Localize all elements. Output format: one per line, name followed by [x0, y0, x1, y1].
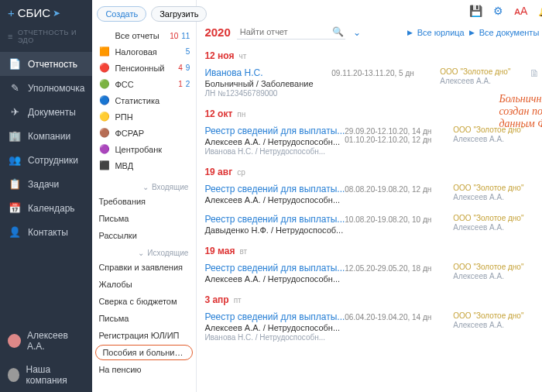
- date-label: 3 апр: [204, 294, 228, 305]
- list-item[interactable]: На пенсию: [92, 361, 196, 378]
- nav-label: Уполномочка: [28, 83, 84, 94]
- filter-label: Пенсионный: [115, 64, 175, 73]
- menu-icon[interactable]: ≡: [8, 32, 13, 41]
- document-card[interactable]: Иванова Н.С. Больничный / Заболевание ЛН…: [204, 64, 542, 104]
- filter-icon: ⬛: [98, 160, 111, 170]
- user-name: Алексеев А.А.: [27, 330, 84, 352]
- filter-item[interactable]: 🟧Налоговая5: [92, 43, 196, 60]
- doc-title[interactable]: Иванова Н.С.: [204, 67, 331, 78]
- doc-title[interactable]: Реестр сведений для выплаты...: [204, 311, 345, 322]
- triangle-icon: ▶: [469, 29, 475, 36]
- list-item[interactable]: Пособия и больничные: [95, 345, 193, 360]
- list-item[interactable]: Регистрация ЮЛ/ИП: [92, 327, 196, 344]
- date-row: 12 октпн: [204, 108, 542, 119]
- bell-icon[interactable]: 🔔: [538, 5, 542, 17]
- date-label: 19 авг: [204, 167, 232, 177]
- period: 08.08.20-19.08.20, 12 дн: [345, 185, 453, 194]
- current-company[interactable]: Наша компания: [0, 358, 92, 392]
- list-item[interactable]: Требования: [92, 193, 196, 210]
- nav-label: Компании: [28, 131, 70, 142]
- agent-name: Алексеев А.А.: [440, 77, 525, 85]
- create-button[interactable]: Создать: [97, 6, 146, 22]
- nav-label: Календарь: [28, 203, 75, 214]
- period: 09.11.20-13.11.20, 5 дн: [331, 69, 440, 77]
- doc-title[interactable]: Реестр сведений для выплаты...: [204, 214, 345, 225]
- nav-item[interactable]: ✈Документы: [0, 100, 92, 124]
- filter-item[interactable]: 🟤ФСРАР: [92, 125, 196, 141]
- org-name: ООО "Золотое дно": [453, 214, 538, 222]
- annotation: Больничный создан по данным ФСС ↗: [499, 93, 542, 130]
- nav-label: Документы: [28, 107, 76, 118]
- search-icon[interactable]: 🔍: [332, 26, 344, 37]
- filter-item[interactable]: ⬛МВД: [92, 157, 196, 174]
- all-orgs-link[interactable]: Все юрлица: [417, 28, 465, 37]
- document-card[interactable]: Реестр сведений для выплаты... Давыденко…: [204, 211, 542, 241]
- group-inbox-header[interactable]: Входящие: [92, 178, 196, 193]
- nav-item[interactable]: ✎Уполномочка: [0, 76, 92, 100]
- filter-icon: 🔴: [98, 63, 111, 73]
- group-outbox-header[interactable]: Исходящие: [92, 244, 196, 259]
- nav-icon: 👥: [8, 154, 22, 166]
- doc-subline: Алексеев А.А. / Нетрудоспособн...: [204, 195, 345, 205]
- nav-item[interactable]: 👥Сотрудники: [0, 148, 92, 172]
- count-blue: 11: [181, 32, 190, 40]
- year[interactable]: 2020: [204, 26, 230, 39]
- doc-subline: Больничный / Заболевание: [204, 79, 331, 88]
- agent-name: Алексеев А.А.: [453, 135, 538, 143]
- doc-title[interactable]: Реестр сведений для выплаты...: [204, 126, 345, 136]
- brand[interactable]: + СБИС ➤: [0, 0, 92, 26]
- filter-icon: 🟧: [98, 46, 111, 57]
- search-input[interactable]: [237, 25, 345, 40]
- document-card[interactable]: Реестр сведений для выплаты... Алексеев …: [204, 122, 542, 162]
- document-card[interactable]: Реестр сведений для выплаты... Алексеев …: [204, 181, 542, 211]
- nav-item[interactable]: 📅Календарь: [0, 196, 92, 220]
- chevron-down-icon[interactable]: ⌄: [353, 27, 361, 38]
- list-item[interactable]: Справки и заявления: [92, 259, 196, 276]
- nav-icon: 👤: [8, 226, 22, 238]
- agent-name: Алексеев А.А.: [453, 223, 538, 232]
- font-icon[interactable]: ᴀA: [514, 5, 527, 17]
- nav-icon: 🏢: [8, 130, 22, 142]
- list-item[interactable]: Рассылки: [92, 227, 196, 244]
- document-card[interactable]: Реестр сведений для выплаты... Алексеев …: [204, 308, 542, 348]
- date-row: 19 авгср: [204, 167, 542, 177]
- list-item[interactable]: Письма: [92, 210, 196, 227]
- document-card[interactable]: Реестр сведений для выплаты... Алексеев …: [204, 260, 542, 290]
- list-item[interactable]: Сверка с бюджетом: [92, 293, 196, 310]
- list-item[interactable]: Письма: [92, 310, 196, 327]
- all-docs-link[interactable]: Все документы: [479, 28, 540, 37]
- nav-item[interactable]: 📄Отчетность: [0, 52, 92, 76]
- inline-filters: ▶ Все юрлица ▶ Все документы 𝖳: [407, 26, 542, 38]
- nav-item[interactable]: 🏢Компании: [0, 124, 92, 148]
- current-user[interactable]: Алексеев А.А.: [0, 324, 92, 358]
- filter-item[interactable]: 🔵Статистика: [92, 92, 196, 108]
- filter-label: Центробанк: [115, 145, 190, 154]
- triangle-icon: ▶: [407, 29, 413, 36]
- filter-item[interactable]: 🟢ФСС12: [92, 76, 196, 92]
- filter-item[interactable]: 🟡РПН: [92, 108, 196, 125]
- org-name: ООО "Золотое дно": [453, 311, 538, 320]
- main-area: 💾 ⚙ ᴀA 🔔 2020 🔍 ⌄ ▶ Все юрлица ▶ Все док…: [197, 0, 542, 392]
- annotation-text: Больничный создан по данным ФСС: [499, 93, 542, 129]
- save-icon[interactable]: 💾: [469, 5, 482, 17]
- subheader: ≡ ОТЧЕТНОСТЬ И ЭДО: [0, 26, 92, 52]
- nav-icon: 📅: [8, 202, 22, 214]
- subheader-label: ОТЧЕТНОСТЬ И ЭДО: [18, 29, 84, 44]
- period: 06.04.20-19.04.20, 14 дн: [345, 313, 453, 322]
- gear-icon[interactable]: ⚙: [493, 5, 503, 17]
- doc-title[interactable]: Реестр сведений для выплаты...: [204, 263, 345, 273]
- filter-icon: 🔵: [98, 95, 111, 105]
- filter-item[interactable]: Все отчеты1011: [92, 28, 196, 43]
- filter-item[interactable]: 🟣Центробанк: [92, 141, 196, 157]
- date-row: 19 маявт: [204, 246, 542, 256]
- filter-icon: 🟣: [98, 144, 111, 154]
- date-label: 12 окт: [204, 108, 232, 119]
- nav-item[interactable]: 👤Контакты: [0, 220, 92, 244]
- date-label: 19 мая: [204, 246, 235, 256]
- dow-label: чт: [239, 52, 247, 60]
- avatar-icon: [8, 334, 21, 348]
- doc-title[interactable]: Реестр сведений для выплаты...: [204, 184, 345, 194]
- filter-item[interactable]: 🔴Пенсионный49: [92, 60, 196, 76]
- list-item[interactable]: Жалобы: [92, 276, 196, 293]
- nav-item[interactable]: 📋Задачи: [0, 172, 92, 196]
